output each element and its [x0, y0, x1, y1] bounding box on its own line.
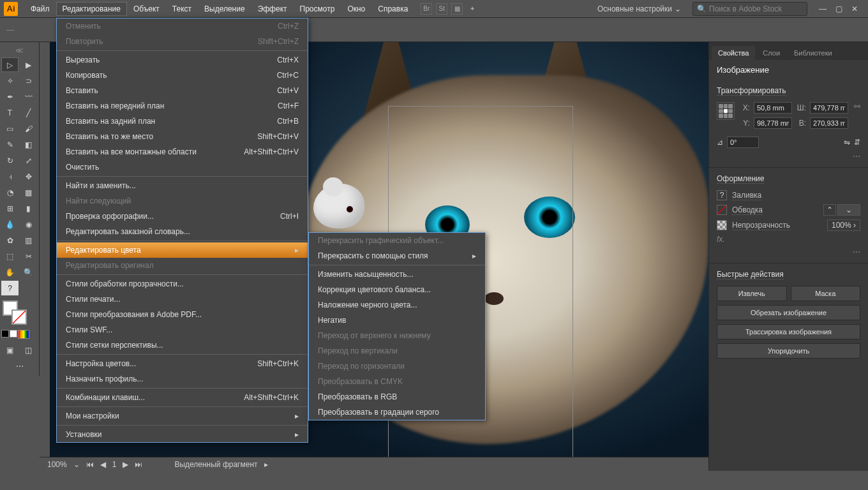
gradient-swatch[interactable] — [18, 330, 29, 339]
toolbar-grip[interactable]: ≪ — [1, 45, 38, 56]
menu-effect[interactable]: Эффект — [251, 2, 294, 16]
black-swatch[interactable] — [1, 330, 9, 338]
submenu-saturation[interactable]: Изменить насыщенность... — [309, 267, 485, 282]
fx-icon[interactable]: fx. — [717, 235, 725, 244]
menu-window[interactable]: Окно — [341, 2, 371, 16]
menu-undo[interactable]: ОтменитьCtrl+Z — [57, 19, 308, 34]
nav-last-icon[interactable]: ⏭ — [135, 460, 142, 469]
symbol-tool[interactable]: ✿ — [1, 233, 19, 248]
menu-cut[interactable]: ВырезатьCtrl+X — [57, 52, 308, 68]
menu-object[interactable]: Объект — [127, 2, 166, 16]
menu-text[interactable]: Текст — [166, 2, 198, 16]
hand-tool[interactable]: ✋ — [1, 265, 19, 279]
rotate-tool[interactable]: ↻ — [1, 153, 19, 168]
menu-edit-colors[interactable]: Редактировать цвета▸ — [57, 242, 308, 258]
menu-edit-original[interactable]: Редактировать оригинал — [57, 258, 308, 273]
maximize-icon[interactable]: ▢ — [835, 4, 842, 13]
x-input[interactable] — [754, 102, 792, 114]
nav-prev-icon[interactable]: ◀ — [100, 460, 106, 469]
zoom-value[interactable]: 100% — [47, 460, 67, 469]
menu-grid-styles[interactable]: Стили сетки перспективы... — [57, 338, 308, 353]
menu-my-settings[interactable]: Мои настройки▸ — [57, 408, 308, 424]
line-tool[interactable]: ╱ — [20, 105, 37, 120]
menu-file[interactable]: Файл — [24, 2, 56, 16]
stroke-swatch[interactable] — [11, 309, 27, 325]
rect-tool[interactable]: ▭ — [1, 121, 19, 136]
gpu-icon[interactable]: ✦ — [467, 3, 478, 15]
artboard-tool[interactable]: ⬚ — [1, 249, 19, 264]
perspective-tool[interactable]: ▦ — [20, 185, 37, 200]
stroke-weight[interactable]: ⌃ — [823, 204, 836, 216]
page-number[interactable]: 1 — [112, 460, 117, 469]
nav-next-icon[interactable]: ▶ — [123, 460, 128, 469]
tab-properties[interactable]: Свойства — [712, 46, 755, 60]
menu-paste-front[interactable]: Вставить на передний планCtrl+F — [57, 98, 308, 114]
zoom-chevron[interactable]: ⌄ — [73, 460, 80, 469]
submenu-black[interactable]: Наложение черного цвета... — [309, 297, 485, 313]
menu-help[interactable]: Справка — [371, 2, 414, 16]
arrange-button[interactable]: Упорядочить — [717, 343, 860, 359]
submenu-cmyk[interactable]: Преобразовать в CMYK — [309, 374, 485, 389]
submenu-blend-h[interactable]: Переход по горизонтали — [309, 359, 485, 374]
angle-input[interactable] — [727, 137, 759, 148]
menu-pdf-styles[interactable]: Стили преобразования в Adobe PDF... — [57, 307, 308, 322]
menu-paste[interactable]: ВставитьCtrl+V — [57, 83, 308, 98]
eyedropper-tool[interactable]: 💧 — [1, 217, 19, 232]
opacity-value[interactable]: 100% — [832, 221, 851, 230]
tab-libraries[interactable]: Библиотеки — [788, 46, 839, 60]
menu-redo[interactable]: ПовторитьShift+Ctrl+Z — [57, 34, 308, 49]
arrange-icon[interactable]: ▦ — [451, 3, 463, 15]
menu-dict[interactable]: Редактировать заказной словарь... — [57, 224, 308, 239]
direct-select-tool[interactable]: ▶ — [20, 57, 37, 72]
stroke-style[interactable]: ⌄ — [837, 204, 860, 216]
y-input[interactable] — [754, 117, 792, 129]
menu-find-next[interactable]: Найти следующий — [57, 193, 308, 209]
fill-indicator[interactable]: ? — [1, 281, 19, 295]
link-wh-icon[interactable]: ⚯ — [854, 102, 860, 133]
wand-tool[interactable]: ✧ — [1, 73, 19, 88]
info-chevron[interactable]: ▸ — [264, 460, 268, 469]
shaper-tool[interactable]: ✎ — [1, 137, 19, 152]
menu-preferences[interactable]: Установки▸ — [57, 427, 308, 442]
menu-assign-profile[interactable]: Назначить профиль... — [57, 371, 308, 387]
brush-tool[interactable]: 🖌 — [20, 121, 37, 136]
submenu-blend-v[interactable]: Переход по вертикали — [309, 343, 485, 359]
scale-tool[interactable]: ⤢ — [20, 153, 37, 168]
screen-mode[interactable]: ▣ — [1, 343, 19, 357]
flip-v-icon[interactable]: ⇵ — [854, 138, 860, 147]
type-tool[interactable]: T — [1, 105, 19, 120]
fill-icon[interactable]: ? — [717, 190, 727, 200]
blend-tool[interactable]: ◉ — [20, 217, 37, 232]
mask-button[interactable]: Маска — [791, 286, 861, 301]
menu-color-settings[interactable]: Настройка цветов...Shift+Ctrl+K — [57, 356, 308, 371]
close-icon[interactable]: ✕ — [851, 4, 858, 13]
screen-mode-2[interactable]: ◫ — [20, 343, 37, 357]
color-swatches[interactable] — [1, 299, 38, 325]
nav-first-icon[interactable]: ⏮ — [86, 460, 94, 469]
mesh-tool[interactable]: ⊞ — [1, 201, 19, 216]
bridge-icon[interactable]: Br — [421, 3, 432, 15]
flip-h-icon[interactable]: ⇋ — [844, 138, 850, 147]
edit-toolbar[interactable]: ⋯ — [1, 359, 38, 373]
extract-button[interactable]: Извлечь — [717, 286, 787, 301]
stock-icon[interactable]: St — [436, 3, 447, 15]
workspace-selector[interactable]: Основные настройки ⌄ — [591, 2, 687, 16]
menu-paste-all[interactable]: Вставить на все монтажные областиAlt+Shi… — [57, 144, 308, 160]
menu-shortcuts[interactable]: Комбинации клавиш...Alt+Shift+Ctrl+K — [57, 390, 308, 405]
menu-clear[interactable]: Очистить — [57, 160, 308, 175]
submenu-gray[interactable]: Преобразовать в градации серого — [309, 405, 485, 420]
menu-paste-place[interactable]: Вставить на то же местоShift+Ctrl+V — [57, 129, 308, 144]
menu-select[interactable]: Выделение — [198, 2, 251, 16]
submenu-blend-tb[interactable]: Переход от верхнего к нижнему — [309, 328, 485, 343]
zoom-tool[interactable]: 🔍 — [20, 265, 37, 279]
menu-print-styles[interactable]: Стили печати... — [57, 292, 308, 307]
graph-tool[interactable]: ▥ — [20, 233, 37, 248]
menu-paste-back[interactable]: Вставить на задний планCtrl+B — [57, 114, 308, 129]
pen-tool[interactable]: ✒ — [1, 89, 19, 104]
submenu-rgb[interactable]: Преобразовать в RGB — [309, 389, 485, 405]
menu-swf-styles[interactable]: Стили SWF... — [57, 322, 308, 338]
menu-transparency-styles[interactable]: Стили обработки прозрачности... — [57, 276, 308, 292]
menu-spell[interactable]: Проверка орфографии...Ctrl+I — [57, 209, 308, 224]
gradient-tool[interactable]: ▮ — [20, 201, 37, 216]
submenu-recolor[interactable]: Перекрасить графический объект... — [309, 233, 485, 248]
